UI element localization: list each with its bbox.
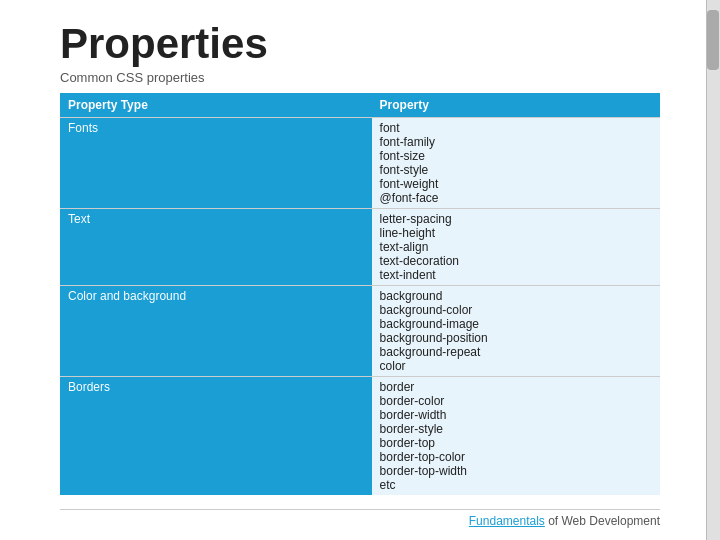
table-row: Color and backgroundbackground backgroun…	[60, 286, 660, 377]
type-cell: Text	[60, 209, 372, 286]
property-cell: font font-family font-size font-style fo…	[372, 118, 660, 209]
property-cell: letter-spacing line-height text-align te…	[372, 209, 660, 286]
css-properties-table: Property Type Property Fontsfont font-fa…	[60, 93, 660, 495]
table-row: Bordersborder border-color border-width …	[60, 377, 660, 496]
type-cell: Borders	[60, 377, 372, 496]
col-header-property: Property	[372, 93, 660, 118]
table-row: Fontsfont font-family font-size font-sty…	[60, 118, 660, 209]
table-header-row: Property Type Property	[60, 93, 660, 118]
page-title: Properties	[60, 20, 660, 68]
page-subtitle: Common CSS properties	[60, 70, 660, 85]
page: Properties Common CSS properties Propert…	[0, 0, 720, 540]
footer-suffix: of Web Development	[545, 514, 660, 528]
property-cell: background background-color background-i…	[372, 286, 660, 377]
scrollbar-thumb[interactable]	[707, 10, 719, 70]
footer: Fundamentals of Web Development	[469, 514, 660, 528]
property-cell: border border-color border-width border-…	[372, 377, 660, 496]
scrollbar[interactable]	[706, 0, 720, 540]
type-cell: Color and background	[60, 286, 372, 377]
col-header-type: Property Type	[60, 93, 372, 118]
type-cell: Fonts	[60, 118, 372, 209]
footer-divider	[60, 509, 660, 510]
table-row: Textletter-spacing line-height text-alig…	[60, 209, 660, 286]
footer-link[interactable]: Fundamentals	[469, 514, 545, 528]
